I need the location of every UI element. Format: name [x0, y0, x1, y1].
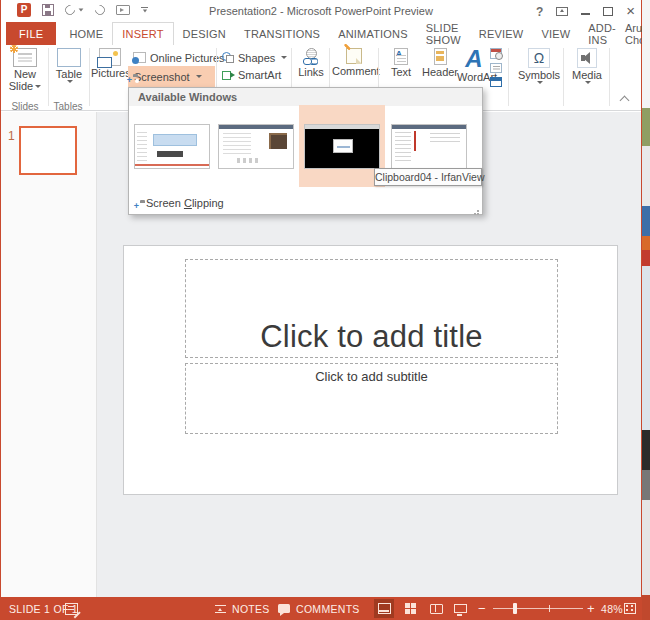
titlebar: Presentation2 - Microsoft PowerPoint Pre… [1, 0, 641, 22]
reading-view-icon [430, 604, 443, 614]
powerpoint-window: Presentation2 - Microsoft PowerPoint Pre… [0, 0, 642, 620]
proofing-icon [65, 603, 78, 615]
title-placeholder-text: Click to add title [260, 321, 482, 357]
online-pictures-icon [133, 52, 146, 63]
window-thumbnail-1[interactable] [134, 124, 210, 169]
reading-view-button[interactable] [426, 599, 446, 618]
comments-icon [278, 604, 290, 613]
wordart-icon [457, 48, 491, 70]
zoom-level[interactable]: 48% [601, 597, 623, 620]
close-icon[interactable] [626, 2, 635, 20]
fit-slide-button[interactable] [624, 597, 636, 620]
slide-thumbnail-panel: 1 [1, 112, 97, 597]
notes-button[interactable]: NOTES [215, 597, 270, 620]
notes-icon [215, 604, 226, 614]
undo-icon[interactable] [63, 3, 77, 17]
new-slide-button[interactable]: New Slide [5, 47, 45, 92]
ribbon-display-icon[interactable] [556, 7, 568, 16]
tab-add-ins[interactable]: ADD-INS [579, 22, 625, 45]
pictures-button[interactable]: Pictures [91, 47, 129, 79]
zoom-out-button[interactable] [478, 597, 486, 620]
shapes-button[interactable]: Shapes [220, 49, 289, 66]
redo-icon[interactable] [93, 3, 107, 17]
window-thumbnail-2[interactable] [218, 124, 294, 169]
slideshow-view-button[interactable] [450, 599, 470, 618]
date-time-icon[interactable] [490, 48, 502, 59]
tab-transitions[interactable]: TRANSITIONS [235, 22, 329, 45]
header-footer-button[interactable]: Header [421, 47, 459, 78]
text-group-small-buttons [490, 48, 502, 87]
group-label-slides: Slides [5, 101, 45, 112]
subtitle-placeholder[interactable]: Click to add subtitle [185, 363, 558, 434]
smartart-button[interactable]: SmartArt [220, 66, 283, 83]
dropdown-caret [281, 56, 287, 59]
dropdown-caret [196, 75, 202, 78]
tab-review[interactable]: REVIEW [470, 22, 533, 45]
slide-thumbnail[interactable] [19, 126, 77, 175]
header-footer-icon [434, 48, 447, 65]
tab-design[interactable]: DESIGN [174, 22, 235, 45]
window-thumbnail-4[interactable] [391, 124, 467, 169]
media-speaker-icon [577, 48, 597, 68]
tab-view[interactable]: VIEW [532, 22, 579, 45]
symbols-button[interactable]: Symbols [516, 47, 562, 84]
wordart-button[interactable]: WordArt [457, 47, 491, 83]
dropdown-caret [67, 80, 73, 83]
tab-home[interactable]: HOME [60, 22, 112, 45]
proofing-button[interactable] [65, 597, 78, 620]
tab-animations[interactable]: ANIMATIONS [329, 22, 417, 45]
links-button[interactable]: Links [294, 47, 328, 78]
table-icon [57, 48, 81, 67]
window-thumbnail-3-selected[interactable] [304, 124, 380, 169]
background-window-sliver [642, 0, 650, 620]
zoom-slider-tick [549, 605, 550, 612]
zoom-slider-thumb[interactable] [513, 603, 517, 614]
dropdown-caret [35, 85, 41, 88]
new-slide-icon [13, 48, 37, 67]
collapse-ribbon-icon[interactable] [620, 96, 630, 106]
thumbnail-tooltip: Clipboard04 - IrfanView [374, 168, 482, 186]
screen-clipping-label: Screen Clipping [146, 197, 224, 209]
slide-number: 1 [8, 129, 15, 143]
symbols-omega-icon [528, 48, 550, 68]
dropdown-caret [537, 81, 543, 84]
save-icon[interactable] [42, 4, 54, 16]
maximize-icon[interactable] [603, 7, 613, 16]
tab-slide-show[interactable]: SLIDE SHOW [417, 22, 470, 45]
window-title: Presentation2 - Microsoft PowerPoint Pre… [121, 0, 521, 22]
normal-view-button[interactable] [374, 599, 394, 618]
tab-insert[interactable]: INSERT [112, 22, 173, 45]
pictures-icon [99, 48, 121, 66]
minimize-icon[interactable] [581, 7, 590, 16]
comment-button[interactable]: Comment [332, 47, 376, 77]
help-icon[interactable] [536, 2, 543, 20]
group-label-tables: Tables [49, 101, 87, 112]
online-pictures-button[interactable]: Online Pictures [131, 49, 227, 66]
table-button[interactable]: Table [51, 47, 87, 83]
tab-file[interactable]: FILE [6, 22, 56, 45]
slideshow-view-icon [454, 604, 467, 613]
zoom-slider-track[interactable] [493, 608, 583, 609]
screenshot-dropdown: Available Windows [128, 87, 483, 215]
title-placeholder[interactable]: Click to add title [185, 259, 558, 358]
zoom-in-button[interactable] [587, 597, 595, 620]
dropdown-resize-grip[interactable] [473, 206, 479, 212]
shapes-icon [222, 52, 234, 63]
status-bar: SLIDE 1 OF 1 NOTES COMMENTS [1, 597, 641, 620]
slide-number-icon[interactable] [490, 63, 502, 73]
slide-sorter-view-button[interactable] [400, 599, 420, 618]
slide-canvas[interactable]: Click to add title Click to add subtitle [123, 245, 618, 495]
text-box-button[interactable]: Text [383, 47, 419, 78]
powerpoint-logo-icon[interactable] [17, 3, 31, 17]
fit-slide-icon [624, 603, 636, 614]
screen-clipping-item[interactable]: + Screen Clipping [129, 192, 482, 214]
slide-sorter-icon [405, 603, 416, 614]
window-controls [536, 0, 635, 22]
comments-button[interactable]: COMMENTS [278, 597, 360, 620]
media-button[interactable]: Media [568, 47, 606, 84]
undo-dropdown-icon[interactable] [79, 8, 84, 11]
available-windows-header: Available Windows [129, 88, 482, 106]
screenshot-button[interactable]: + Screenshot [128, 66, 215, 87]
subtitle-placeholder-text: Click to add subtitle [315, 369, 428, 384]
object-icon[interactable] [490, 77, 502, 87]
